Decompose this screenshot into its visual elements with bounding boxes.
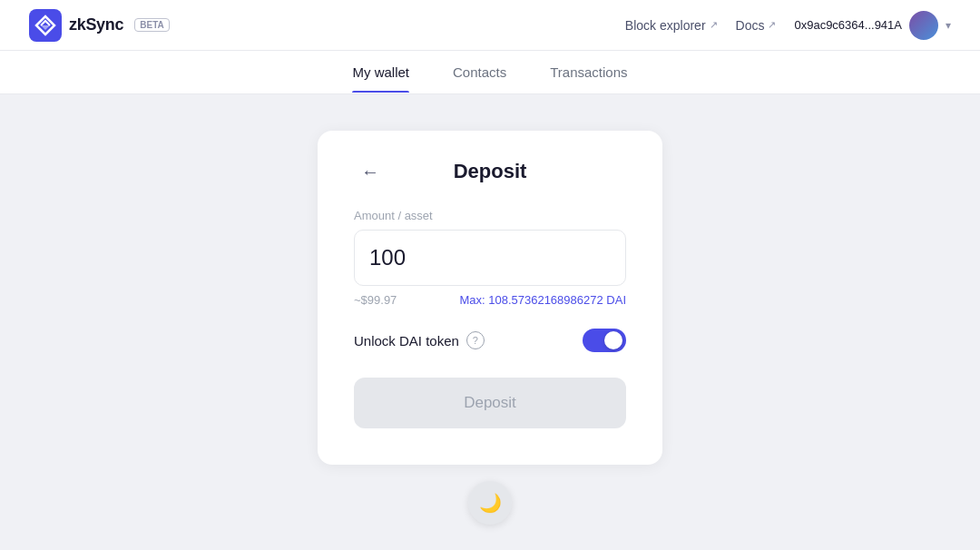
header-actions: Block explorer ↗ Docs ↗ 0x9ac9c6364...94… — [625, 11, 951, 40]
nav-item-transactions[interactable]: Transactions — [550, 52, 627, 93]
nav-item-my-wallet[interactable]: My wallet — [352, 52, 409, 93]
logo-group: zkSync BETA — [29, 9, 170, 42]
block-explorer-link[interactable]: Block explorer ↗ — [625, 18, 718, 33]
unlock-label: Unlock DAI token — [354, 333, 459, 349]
nav-item-contacts[interactable]: Contacts — [453, 52, 506, 93]
beta-badge: BETA — [134, 18, 169, 32]
unlock-toggle[interactable] — [583, 329, 626, 352]
toggle-label-group: Unlock DAI token ? — [354, 331, 485, 349]
max-link[interactable]: Max: 108.57362168986272 DAI — [459, 293, 626, 307]
amount-input[interactable] — [355, 231, 626, 285]
moon-icon: 🌙 — [479, 492, 502, 514]
docs-link[interactable]: Docs ↗ — [736, 18, 777, 33]
deposit-card: ← Deposit Amount / asset DAI ▾ ~$99.97 M… — [318, 131, 662, 465]
main-content: ← Deposit Amount / asset DAI ▾ ~$99.97 M… — [0, 94, 980, 501]
zksync-logo-icon — [29, 9, 62, 42]
dark-mode-button[interactable]: 🌙 — [468, 481, 512, 525]
back-button[interactable]: ← — [354, 158, 387, 186]
deposit-button[interactable]: Deposit — [354, 378, 626, 428]
help-icon[interactable]: ? — [466, 331, 485, 349]
chevron-down-icon: ▾ — [946, 19, 951, 32]
amount-sub-row: ~$99.97 Max: 108.57362168986272 DAI — [354, 293, 626, 307]
header: zkSync BETA Block explorer ↗ Docs ↗ 0x9a… — [0, 0, 980, 51]
unlock-toggle-row: Unlock DAI token ? — [354, 329, 626, 352]
usd-value: ~$99.97 — [354, 293, 397, 307]
card-header: ← Deposit — [354, 160, 626, 183]
external-link-icon: ↗ — [768, 19, 776, 31]
toggle-knob — [604, 331, 622, 349]
card-title: Deposit — [454, 160, 527, 183]
wallet-address-display[interactable]: 0x9ac9c6364...941A ▾ — [794, 11, 951, 40]
field-label: Amount / asset — [354, 209, 626, 222]
avatar — [909, 11, 938, 40]
external-link-icon: ↗ — [710, 19, 718, 31]
amount-asset-row: DAI ▾ — [354, 230, 626, 286]
logo-text: zkSync — [69, 15, 123, 34]
main-nav: My wallet Contacts Transactions — [0, 51, 980, 94]
